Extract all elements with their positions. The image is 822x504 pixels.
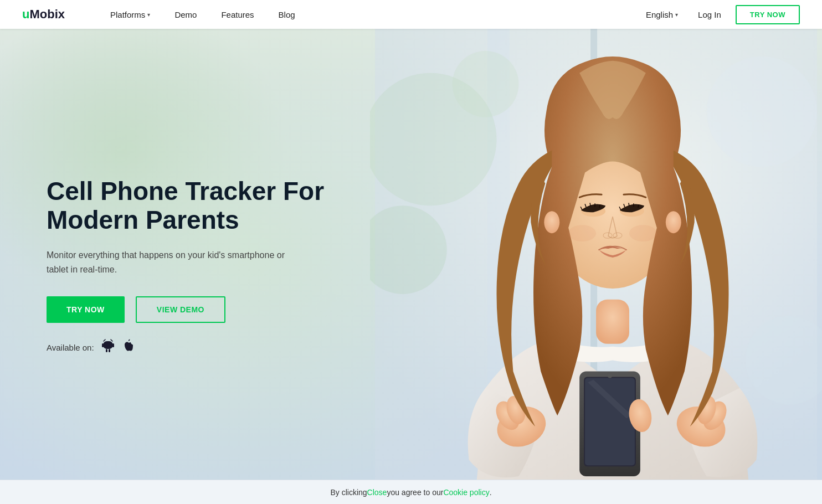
svg-rect-34 xyxy=(102,343,104,347)
language-selector[interactable]: English ▾ xyxy=(640,10,684,19)
svg-rect-36 xyxy=(106,349,107,352)
cookie-close-link[interactable]: Close xyxy=(367,488,387,497)
svg-point-26 xyxy=(629,225,657,241)
cookie-text-prefix: By clicking xyxy=(330,488,367,497)
cookie-text-suffix: . xyxy=(490,488,492,497)
svg-point-27 xyxy=(544,211,559,233)
svg-point-25 xyxy=(568,225,596,241)
cookie-text-middle: you agree to our xyxy=(387,488,443,497)
svg-rect-37 xyxy=(109,349,110,352)
navbar-try-now-button[interactable]: TRY NOW xyxy=(736,5,800,24)
hero-subtitle: Monitor everything that happens on your … xyxy=(47,248,301,276)
nav-links: Platforms ▾ Demo Features Blog xyxy=(98,0,640,29)
apple-icon xyxy=(122,339,133,356)
svg-rect-35 xyxy=(112,343,114,347)
android-icon xyxy=(102,338,114,356)
svg-rect-33 xyxy=(103,341,113,349)
hero-content: Cell Phone Tracker For Modern Parents Mo… xyxy=(0,177,343,357)
hero-try-now-button[interactable]: TRY NOW xyxy=(47,296,125,323)
logo[interactable]: uMobix xyxy=(22,7,65,22)
cookie-bar: By clicking Close you agree to our Cooki… xyxy=(0,480,822,504)
hero-image xyxy=(370,29,822,504)
nav-demo[interactable]: Demo xyxy=(162,0,209,29)
cookie-policy-link[interactable]: Cookie policy xyxy=(443,488,489,497)
login-link[interactable]: Log In xyxy=(689,10,730,19)
svg-rect-17 xyxy=(585,378,635,466)
svg-line-29 xyxy=(104,340,105,341)
svg-rect-8 xyxy=(596,300,629,344)
svg-point-3 xyxy=(453,51,519,117)
svg-point-4 xyxy=(706,56,817,167)
navbar-right: English ▾ Log In TRY NOW xyxy=(640,5,800,24)
hero-section: Cell Phone Tracker For Modern Parents Mo… xyxy=(0,0,822,504)
chevron-down-icon: ▾ xyxy=(147,12,150,18)
navbar: uMobix Platforms ▾ Demo Features Blog En… xyxy=(0,0,822,29)
available-label: Available on: xyxy=(47,343,94,352)
chevron-down-icon: ▾ xyxy=(675,12,678,18)
available-on-row: Available on: xyxy=(47,338,343,356)
svg-point-28 xyxy=(666,211,681,233)
nav-features[interactable]: Features xyxy=(209,0,266,29)
hero-view-demo-button[interactable]: VIEW DEMO xyxy=(136,296,225,323)
svg-line-30 xyxy=(111,340,112,341)
hero-title: Cell Phone Tracker For Modern Parents xyxy=(47,177,343,235)
nav-blog[interactable]: Blog xyxy=(266,0,307,29)
nav-platforms[interactable]: Platforms ▾ xyxy=(98,0,162,29)
hero-buttons: TRY NOW VIEW DEMO xyxy=(47,296,343,323)
svg-point-18 xyxy=(608,374,612,378)
